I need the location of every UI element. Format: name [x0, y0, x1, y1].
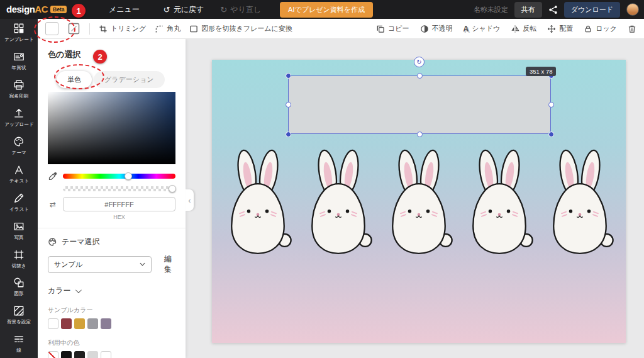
- resize-handle-top[interactable]: [417, 73, 423, 79]
- sample-color-swatch[interactable]: [48, 318, 58, 329]
- canvas-area[interactable]: ↻ 351 x 78: [186, 39, 644, 358]
- theme-select-header[interactable]: テーマ選択: [48, 237, 175, 247]
- redo-label: やり直し: [230, 4, 261, 15]
- crop-icon: [99, 25, 108, 33]
- filename-label[interactable]: 名称未設定: [474, 5, 508, 14]
- swap-colors-icon[interactable]: ⇄: [48, 200, 58, 209]
- cutout-icon: [13, 249, 25, 260]
- convert-to-frame-button[interactable]: 図形を切抜きフレームに変換: [189, 24, 292, 33]
- app-logo[interactable]: designAC Beta ▾: [0, 4, 76, 15]
- chevron-down-icon: [140, 262, 145, 266]
- rabbit-illustration[interactable]: [543, 145, 617, 261]
- used-color-swatch[interactable]: [101, 351, 111, 358]
- resize-handle-bottom-left[interactable]: [286, 131, 291, 137]
- color-group-toggle[interactable]: カラー: [48, 286, 175, 296]
- hue-slider[interactable]: [63, 174, 175, 179]
- sidebar-item-label: 切抜き: [12, 262, 26, 269]
- redo-button[interactable]: ↻ やり直し: [220, 4, 261, 15]
- color-mode-tabs: 単色 グラデーション: [57, 71, 175, 88]
- edit-theme-button[interactable]: 編集: [160, 254, 175, 275]
- copy-icon: [376, 25, 385, 33]
- used-color-swatch[interactable]: [74, 351, 85, 358]
- sidebar-item-print[interactable]: 宛名印刷: [0, 76, 38, 104]
- delete-button[interactable]: [628, 25, 636, 33]
- tab-gradient[interactable]: グラデーション: [94, 71, 165, 88]
- hex-input[interactable]: [63, 197, 175, 211]
- sidebar-item-cutout[interactable]: 切抜き: [0, 245, 38, 273]
- user-avatar[interactable]: [626, 3, 639, 16]
- sidebar-item-newyear[interactable]: 年賀状: [0, 47, 38, 76]
- share-nodes-icon[interactable]: [548, 5, 558, 14]
- undo-button[interactable]: ↺ 元に戻す: [164, 4, 204, 15]
- selected-rectangle-shape[interactable]: [288, 76, 551, 134]
- frame-icon: [189, 25, 198, 33]
- undo-icon: ↺: [164, 5, 170, 14]
- sample-color-swatch[interactable]: [61, 318, 72, 329]
- trash-icon: [628, 25, 636, 33]
- sidebar-item-text[interactable]: テキスト: [0, 160, 38, 188]
- ai-create-button[interactable]: AIでプレゼン資料を作成: [280, 2, 373, 18]
- used-color-swatch[interactable]: [87, 351, 98, 358]
- sidebar-item-illust[interactable]: イラスト: [0, 188, 38, 216]
- toolbar-right-group: コピー 不透明 A シャドウ 反転 配置 ロック: [376, 24, 636, 33]
- fill-color-swatch[interactable]: [45, 22, 58, 35]
- sidebar-item-shape[interactable]: 図形: [0, 273, 38, 301]
- lock-button[interactable]: ロック: [584, 24, 617, 33]
- used-color-swatch[interactable]: [61, 351, 72, 358]
- rabbit-illustration[interactable]: [221, 145, 295, 261]
- rabbit-illustration[interactable]: [462, 145, 536, 261]
- panel-title: 色の選択: [48, 49, 175, 60]
- sidebar-item-theme[interactable]: テーマ: [0, 132, 38, 160]
- arrange-button[interactable]: 配置: [547, 24, 573, 33]
- eyedropper-icon[interactable]: [48, 171, 58, 181]
- opacity-slider-thumb[interactable]: [169, 185, 176, 193]
- rabbit-illustration[interactable]: [382, 145, 456, 261]
- rabbit-illustration[interactable]: [301, 145, 375, 261]
- menu-button[interactable]: メニュー: [109, 4, 140, 15]
- opacity-button[interactable]: 不透明: [420, 24, 453, 33]
- resize-handle-right[interactable]: [548, 102, 554, 108]
- sample-color-swatch[interactable]: [101, 318, 111, 329]
- sidebar-item-label: 写真: [14, 234, 23, 240]
- download-button[interactable]: ダウンロード: [564, 2, 620, 18]
- used-color-swatch[interactable]: [48, 351, 58, 358]
- resize-handle-left[interactable]: [286, 102, 291, 108]
- rounded-corner-button[interactable]: 角丸: [155, 24, 180, 33]
- artboard[interactable]: ↻ 351 x 78: [212, 60, 626, 343]
- border-color-button[interactable]: [67, 22, 80, 35]
- sidebar-item-photo[interactable]: 写真: [0, 216, 38, 245]
- sample-color-swatch[interactable]: [87, 318, 98, 329]
- shadow-button[interactable]: A シャドウ: [464, 24, 501, 33]
- template-icon: [13, 23, 25, 34]
- sidebar-item-label: テンプレート: [4, 36, 33, 43]
- sidebar-item-template[interactable]: テンプレート: [0, 19, 38, 47]
- toolbar-divider: [89, 23, 90, 35]
- resize-handle-top-left[interactable]: [286, 73, 291, 79]
- text-icon: [13, 164, 25, 176]
- tab-solid-color[interactable]: 単色: [57, 71, 92, 88]
- flip-button[interactable]: 反転: [511, 24, 536, 33]
- opacity-icon: [420, 25, 429, 33]
- rabbits-row: [221, 145, 617, 261]
- crop-button[interactable]: トリミング: [99, 24, 146, 33]
- palette-icon: [48, 237, 57, 247]
- resize-handle-bottom-right[interactable]: [548, 131, 554, 137]
- rotate-handle[interactable]: ↻: [414, 57, 425, 67]
- chevron-down-icon: [75, 287, 82, 293]
- share-button[interactable]: 共有: [514, 2, 542, 18]
- sample-color-swatch[interactable]: [74, 318, 85, 329]
- sidebar-item-background[interactable]: 背景を設定: [0, 301, 38, 330]
- logo-caret-icon[interactable]: ▾: [73, 6, 76, 13]
- panel-collapse-button[interactable]: ‹: [186, 189, 194, 211]
- topbar: designAC Beta ▾ メニュー ↺ 元に戻す ↻ やり直し AIでプレ…: [0, 0, 644, 19]
- hue-slider-thumb[interactable]: [125, 172, 132, 180]
- saturation-brightness-field[interactable]: [48, 92, 175, 164]
- sidebar-item-line[interactable]: 線: [0, 330, 38, 358]
- shape-toolbar: トリミング 角丸 図形を切抜きフレームに変換 コピー 不透明 A シャドウ 反転…: [38, 19, 644, 39]
- opacity-slider[interactable]: [63, 186, 175, 191]
- resize-handle-bottom[interactable]: [417, 131, 423, 137]
- theme-dropdown[interactable]: サンプル: [48, 256, 152, 273]
- logo-text-design: designAC: [6, 4, 48, 15]
- copy-button[interactable]: コピー: [376, 24, 409, 33]
- sidebar-item-upload[interactable]: アップロード: [0, 104, 38, 132]
